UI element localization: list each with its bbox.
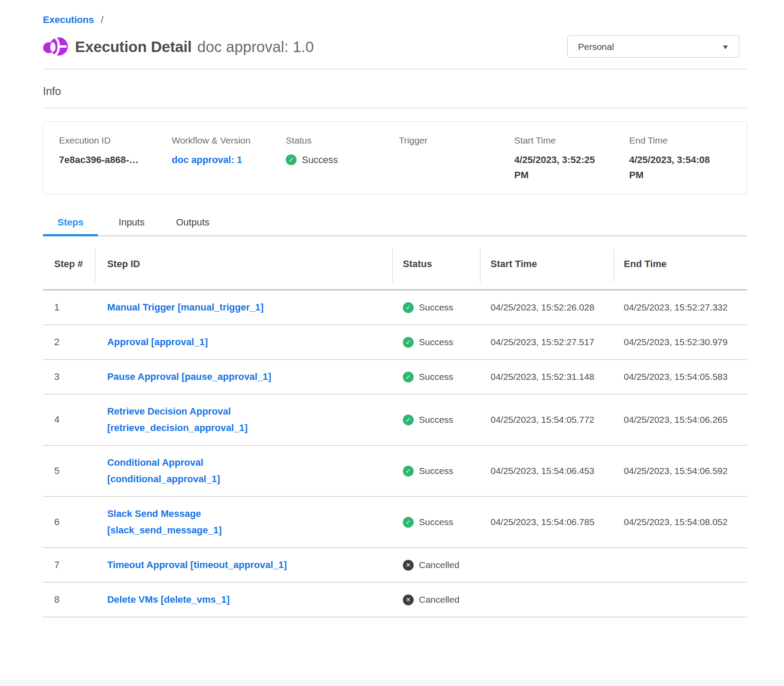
step-number: 6 — [43, 497, 95, 548]
success-check-icon: ✓ — [403, 517, 414, 528]
step-number: 2 — [43, 325, 95, 359]
status-badge: Success — [419, 514, 453, 530]
step-end-time: 04/25/2023, 15:52:30.979 — [614, 325, 747, 359]
end-time-value: 4/25/2023, 3:54:08 PM — [629, 152, 716, 183]
breadcrumb: Executions / — [43, 0, 747, 26]
execution-detail-page: Executions / Execution Detail doc approv… — [0, 0, 784, 617]
info-label: Workflow & Version — [172, 135, 270, 146]
step-end-time — [614, 548, 747, 582]
info-label: Trigger — [399, 135, 499, 146]
page-subtitle: doc approval: 1.0 — [197, 38, 314, 56]
step-link[interactable]: Retrieve Decision Approval [retrieve_dec… — [107, 403, 315, 436]
status-badge: Success — [419, 412, 453, 428]
breadcrumb-link-executions[interactable]: Executions — [43, 14, 94, 25]
title-divider — [43, 69, 747, 69]
tab-outputs[interactable]: Outputs — [165, 217, 220, 235]
success-check-icon: ✓ — [403, 302, 414, 313]
execution-id-value: 7e8ac396-a868-… — [59, 152, 146, 167]
table-row: 2 Approval [approval_1] ✓Success 04/25/2… — [43, 325, 747, 359]
status-badge: Success — [419, 334, 453, 350]
workspace-dropdown[interactable]: Personal ▼ — [567, 36, 739, 58]
info-label: Execution ID — [59, 135, 156, 146]
info-field-workflow-version: Workflow & Version doc approval: 1 — [172, 135, 286, 194]
title-row: Execution Detail doc approval: 1.0 Perso… — [43, 36, 747, 58]
info-field-status: Status ✓ Success — [286, 135, 399, 194]
step-link[interactable]: Manual Trigger [manual_trigger_1] — [107, 299, 264, 316]
page-bottom-strip — [0, 679, 784, 686]
step-start-time — [480, 582, 613, 617]
info-field-start-time: Start Time 4/25/2023, 3:52:25 PM — [514, 135, 629, 194]
info-section-title: Info — [43, 85, 747, 98]
col-header-status: Status — [392, 236, 480, 290]
table-row: 1 Manual Trigger [manual_trigger_1] ✓Suc… — [43, 290, 747, 325]
col-header-start-time: Start Time — [480, 236, 613, 290]
info-field-execution-id: Execution ID 7e8ac396-a868-… — [59, 135, 172, 194]
step-link[interactable]: Slack Send Message [slack_send_message_1… — [107, 506, 315, 539]
step-number: 1 — [43, 290, 95, 325]
info-field-trigger: Trigger — [399, 135, 514, 194]
success-check-icon: ✓ — [403, 337, 414, 348]
info-label: Start Time — [514, 135, 614, 146]
step-start-time: 04/25/2023, 15:52:26.028 — [480, 290, 613, 325]
col-header-step-id: Step ID — [95, 236, 392, 290]
cancelled-x-icon: ✕ — [403, 560, 414, 571]
step-number: 7 — [43, 548, 95, 582]
info-field-end-time: End Time 4/25/2023, 3:54:08 PM — [629, 135, 747, 194]
step-start-time: 04/25/2023, 15:54:06.453 — [480, 445, 613, 497]
step-link[interactable]: Approval [approval_1] — [107, 334, 208, 350]
step-number: 8 — [43, 582, 95, 617]
table-row: 7 Timeout Approval [timeout_approval_1] … — [43, 548, 747, 582]
status-badge: Success — [419, 299, 453, 316]
table-row: 4 Retrieve Decision Approval [retrieve_d… — [43, 394, 747, 445]
table-row: 8 Delete VMs [delete_vms_1] ✕Cancelled — [43, 582, 747, 617]
status-badge: Success — [419, 369, 453, 385]
info-divider — [43, 108, 747, 108]
tab-steps[interactable]: Steps — [43, 217, 98, 235]
page-title: Execution Detail — [75, 38, 192, 56]
step-link[interactable]: Conditional Approval [conditional_approv… — [107, 454, 315, 487]
step-end-time: 04/25/2023, 15:54:06.265 — [614, 394, 747, 445]
breadcrumb-separator: / — [101, 14, 104, 25]
step-number: 4 — [43, 394, 95, 445]
step-end-time: 04/25/2023, 15:54:06.592 — [614, 445, 747, 497]
steps-table-header-row: Step # Step ID Status Start Time End Tim… — [43, 236, 747, 290]
workflow-brand-icon — [43, 36, 68, 57]
step-end-time — [614, 582, 747, 617]
step-start-time: 04/25/2023, 15:52:27.517 — [480, 325, 613, 359]
execution-status-label: Success — [302, 152, 338, 167]
success-check-icon: ✓ — [403, 372, 414, 382]
success-check-icon: ✓ — [286, 154, 297, 165]
execution-status: ✓ Success — [286, 152, 383, 167]
detail-tabs: Steps Inputs Outputs — [43, 217, 747, 236]
info-card: Execution ID 7e8ac396-a868-… Workflow & … — [43, 121, 747, 194]
table-row: 6 Slack Send Message [slack_send_message… — [43, 497, 747, 548]
success-check-icon: ✓ — [403, 415, 414, 425]
workspace-dropdown-value: Personal — [578, 42, 614, 52]
table-row: 3 Pause Approval [pause_approval_1] ✓Suc… — [43, 359, 747, 394]
step-end-time: 04/25/2023, 15:54:05.583 — [614, 359, 747, 394]
success-check-icon: ✓ — [403, 466, 414, 477]
step-start-time: 04/25/2023, 15:54:05.772 — [480, 394, 613, 445]
step-start-time — [480, 548, 613, 582]
step-link[interactable]: Delete VMs [delete_vms_1] — [107, 591, 229, 608]
step-number: 5 — [43, 445, 95, 497]
col-header-step-num: Step # — [43, 236, 95, 290]
workflow-version-link[interactable]: doc approval: 1 — [172, 152, 270, 167]
table-row: 5 Conditional Approval [conditional_appr… — [43, 445, 747, 497]
step-start-time: 04/25/2023, 15:52:31.148 — [480, 359, 613, 394]
step-number: 3 — [43, 359, 95, 394]
step-link[interactable]: Pause Approval [pause_approval_1] — [107, 369, 271, 385]
step-start-time: 04/25/2023, 15:54:06.785 — [480, 497, 613, 548]
status-badge: Cancelled — [419, 591, 459, 608]
info-label: Status — [286, 135, 383, 146]
chevron-down-icon: ▼ — [722, 43, 730, 50]
info-label: End Time — [629, 135, 731, 146]
col-header-end-time: End Time — [614, 236, 747, 290]
start-time-value: 4/25/2023, 3:52:25 PM — [514, 152, 601, 183]
step-link[interactable]: Timeout Approval [timeout_approval_1] — [107, 557, 287, 573]
tab-inputs[interactable]: Inputs — [104, 217, 159, 235]
cancelled-x-icon: ✕ — [403, 595, 414, 605]
step-end-time: 04/25/2023, 15:54:08.052 — [614, 497, 747, 548]
steps-table: Step # Step ID Status Start Time End Tim… — [43, 236, 747, 617]
step-end-time: 04/25/2023, 15:52:27.332 — [614, 290, 747, 325]
